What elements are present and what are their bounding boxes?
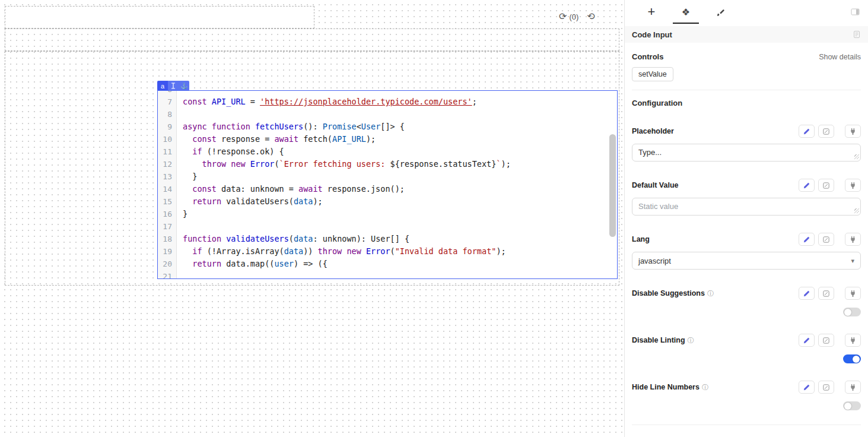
edit-icon[interactable] bbox=[799, 179, 815, 192]
section-divider bbox=[632, 90, 861, 90]
components-icon: ❖ bbox=[682, 7, 690, 18]
empty-widget-placeholder-row bbox=[5, 28, 619, 51]
plus-icon: + bbox=[648, 4, 656, 20]
prop-default-value: Default Value bbox=[632, 178, 861, 216]
prop-hide-line-numbers: Hide Line Numbers ⓘ bbox=[632, 380, 861, 410]
text-cursor-icon[interactable] bbox=[168, 81, 179, 91]
controls-section-title: Controls bbox=[632, 52, 663, 61]
editor-scrollbar-thumb[interactable] bbox=[609, 134, 616, 237]
selected-widget-pill[interactable]: a ⚓ bbox=[157, 81, 189, 91]
edit-icon[interactable] bbox=[799, 233, 815, 246]
edit-icon[interactable] bbox=[799, 287, 815, 300]
dynamic-value-icon[interactable] bbox=[818, 334, 834, 347]
dynamic-value-icon[interactable] bbox=[818, 179, 834, 192]
history-icon: ⟲ bbox=[587, 12, 594, 21]
plug-icon[interactable] bbox=[845, 287, 861, 300]
panel-tabs: + ❖ bbox=[625, 0, 868, 24]
canvas-controls: ⟳ (0) ⟲ bbox=[559, 8, 595, 25]
property-panel: + ❖ Code Input Controls Show details set… bbox=[624, 0, 868, 437]
edit-icon[interactable] bbox=[799, 381, 815, 394]
placeholder-label: Placeholder bbox=[632, 127, 674, 135]
disable-linting-toggle[interactable] bbox=[843, 354, 861, 363]
prop-placeholder: Placeholder bbox=[632, 124, 861, 162]
toggle-knob bbox=[844, 309, 851, 316]
placeholder-input[interactable] bbox=[632, 144, 861, 162]
edit-icon[interactable] bbox=[799, 334, 815, 347]
hide-line-numbers-label: Hide Line Numbers ⓘ bbox=[632, 383, 708, 392]
tab-insert[interactable]: + bbox=[634, 0, 669, 24]
app-canvas[interactable]: ⟳ (0) ⟲ a ⚓ 67const API_URL = 'https://j… bbox=[0, 0, 624, 437]
plug-icon[interactable] bbox=[845, 381, 861, 394]
refresh-count: (0) bbox=[569, 12, 578, 21]
code-input-widget[interactable]: 67const API_URL = 'https://jsonplacehold… bbox=[157, 90, 618, 279]
dynamic-value-icon[interactable] bbox=[818, 287, 834, 300]
dynamic-value-icon[interactable] bbox=[818, 381, 834, 394]
dynamic-value-icon[interactable] bbox=[818, 233, 834, 246]
empty-widget-placeholder-top bbox=[5, 6, 314, 28]
info-icon[interactable]: ⓘ bbox=[702, 383, 708, 392]
default-value-input[interactable] bbox=[632, 198, 861, 216]
history-button[interactable]: ⟲ bbox=[587, 12, 594, 21]
tab-styles[interactable] bbox=[703, 0, 737, 24]
configuration-section-title: Configuration bbox=[632, 99, 861, 107]
lang-select-value: javascript bbox=[638, 256, 671, 265]
default-value-label: Default Value bbox=[632, 181, 679, 189]
prop-disable-suggestions: Disable Suggestions ⓘ bbox=[632, 286, 861, 316]
plug-icon[interactable] bbox=[845, 334, 861, 347]
toggle-knob bbox=[844, 403, 851, 410]
prop-disable-linting: Disable Linting ⓘ bbox=[632, 333, 861, 363]
disable-suggestions-label: Disable Suggestions ⓘ bbox=[632, 289, 714, 298]
component-title: Code Input bbox=[632, 30, 672, 39]
anchor-icon[interactable]: ⚓ bbox=[179, 81, 189, 91]
panel-end-divider bbox=[632, 425, 861, 425]
disable-suggestions-toggle[interactable] bbox=[843, 308, 861, 316]
info-icon[interactable]: ⓘ bbox=[707, 289, 714, 298]
plug-icon[interactable] bbox=[845, 125, 861, 138]
plug-icon[interactable] bbox=[845, 179, 861, 192]
show-details-link[interactable]: Show details bbox=[819, 53, 861, 61]
refresh-queries-button[interactable]: ⟳ (0) bbox=[559, 12, 578, 21]
setvalue-control-chip[interactable]: setValue bbox=[632, 67, 673, 81]
disable-linting-label: Disable Linting ⓘ bbox=[632, 336, 694, 345]
lang-select[interactable]: javascript ▾ bbox=[632, 252, 861, 270]
edit-icon[interactable] bbox=[799, 125, 815, 138]
brush-icon bbox=[716, 8, 725, 17]
widget-name-label: a bbox=[157, 81, 168, 91]
collapse-panel-icon[interactable] bbox=[851, 8, 860, 18]
lang-label: Lang bbox=[632, 235, 650, 243]
tab-components[interactable]: ❖ bbox=[669, 0, 703, 24]
chevron-down-icon: ▾ bbox=[851, 257, 854, 265]
hide-line-numbers-toggle[interactable] bbox=[843, 401, 861, 410]
refresh-icon: ⟳ bbox=[559, 12, 567, 21]
info-icon[interactable]: ⓘ bbox=[688, 336, 694, 345]
code-editor-content[interactable]: 67const API_URL = 'https://jsonplacehold… bbox=[158, 90, 617, 279]
prop-lang: Lang javascript ▾ bbox=[632, 232, 861, 270]
docs-icon[interactable] bbox=[853, 30, 861, 39]
selected-component-header: Code Input bbox=[625, 26, 868, 43]
plug-icon[interactable] bbox=[845, 233, 861, 246]
dynamic-value-icon[interactable] bbox=[818, 125, 834, 138]
toggle-knob bbox=[853, 356, 860, 363]
